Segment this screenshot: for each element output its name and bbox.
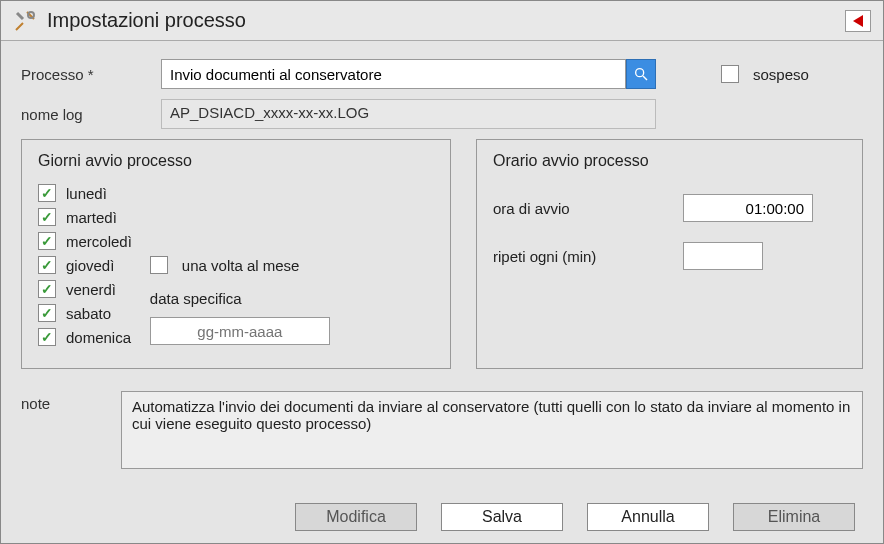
- day-label: lunedì: [66, 185, 107, 202]
- time-body: ora di avvio ripeti ogni (min): [493, 184, 846, 270]
- day-item: domenica: [38, 328, 132, 346]
- day-checkbox[interactable]: [38, 184, 56, 202]
- note-row: note Automatizza l'invio dei documenti d…: [21, 391, 863, 469]
- processo-row: Processo * sospeso: [21, 59, 863, 89]
- day-label: mercoledì: [66, 233, 132, 250]
- data-specifica-label: data specifica: [150, 290, 330, 307]
- ripeti-row: ripeti ogni (min): [493, 242, 846, 270]
- day-item: venerdì: [38, 280, 132, 298]
- ora-avvio-input[interactable]: [683, 194, 813, 222]
- ripeti-label: ripeti ogni (min): [493, 248, 683, 265]
- note-label: note: [21, 391, 121, 469]
- panels-row: Giorni avvio processo lunedì martedì mer…: [21, 139, 863, 369]
- sospeso-checkbox[interactable]: [721, 65, 739, 83]
- day-item: martedì: [38, 208, 132, 226]
- day-label: martedì: [66, 209, 117, 226]
- process-settings-window: Impostazioni processo Processo * sospeso…: [0, 0, 884, 544]
- ripeti-input[interactable]: [683, 242, 763, 270]
- nome-log-label: nome log: [21, 106, 161, 123]
- svg-point-1: [636, 69, 644, 77]
- day-label: domenica: [66, 329, 131, 346]
- day-checkbox[interactable]: [38, 280, 56, 298]
- day-item: giovedì: [38, 256, 132, 274]
- arrow-left-icon: [853, 15, 863, 27]
- once-month-row: una volta al mese: [150, 256, 330, 274]
- day-item: mercoledì: [38, 232, 132, 250]
- processo-input[interactable]: [161, 59, 626, 89]
- back-button[interactable]: [845, 10, 871, 32]
- day-checkbox[interactable]: [38, 208, 56, 226]
- day-item: sabato: [38, 304, 132, 322]
- days-body: lunedì martedì mercoledì giovedì venerdì…: [38, 184, 434, 346]
- salva-button[interactable]: Salva: [441, 503, 563, 531]
- day-extra: una volta al mese data specifica: [150, 184, 330, 346]
- day-list: lunedì martedì mercoledì giovedì venerdì…: [38, 184, 132, 346]
- ora-avvio-label: ora di avvio: [493, 200, 683, 217]
- days-panel-title: Giorni avvio processo: [38, 152, 434, 170]
- tools-icon: [13, 9, 37, 33]
- modifica-button[interactable]: Modifica: [295, 503, 417, 531]
- note-textarea[interactable]: Automatizza l'invio dei documenti da inv…: [121, 391, 863, 469]
- once-month-checkbox[interactable]: [150, 256, 168, 274]
- day-label: venerdì: [66, 281, 116, 298]
- button-bar: Modifica Salva Annulla Elimina: [295, 503, 855, 531]
- day-checkbox[interactable]: [38, 256, 56, 274]
- day-label: sabato: [66, 305, 111, 322]
- elimina-button[interactable]: Elimina: [733, 503, 855, 531]
- nome-log-value: AP_DSIACD_xxxx-xx-xx.LOG: [161, 99, 656, 129]
- time-panel-title: Orario avvio processo: [493, 152, 846, 170]
- data-specifica-input[interactable]: [150, 317, 330, 345]
- titlebar: Impostazioni processo: [1, 1, 883, 41]
- svg-line-2: [643, 76, 647, 80]
- processo-label: Processo *: [21, 66, 161, 83]
- day-checkbox[interactable]: [38, 328, 56, 346]
- day-item: lunedì: [38, 184, 132, 202]
- nome-log-row: nome log AP_DSIACD_xxxx-xx-xx.LOG: [21, 99, 863, 129]
- window-title: Impostazioni processo: [47, 9, 845, 32]
- day-checkbox[interactable]: [38, 304, 56, 322]
- sospeso-label: sospeso: [753, 66, 809, 83]
- annulla-button[interactable]: Annulla: [587, 503, 709, 531]
- sospeso-wrap: sospeso: [721, 65, 809, 83]
- day-label: giovedì: [66, 257, 114, 274]
- processo-input-wrap: [161, 59, 656, 89]
- day-checkbox[interactable]: [38, 232, 56, 250]
- search-icon: [633, 66, 649, 82]
- search-button[interactable]: [626, 59, 656, 89]
- time-panel: Orario avvio processo ora di avvio ripet…: [476, 139, 863, 369]
- days-panel: Giorni avvio processo lunedì martedì mer…: [21, 139, 451, 369]
- once-month-label: una volta al mese: [182, 257, 300, 274]
- ora-avvio-row: ora di avvio: [493, 194, 846, 222]
- content-area: Processo * sospeso nome log AP_DSIACD_xx…: [1, 41, 883, 479]
